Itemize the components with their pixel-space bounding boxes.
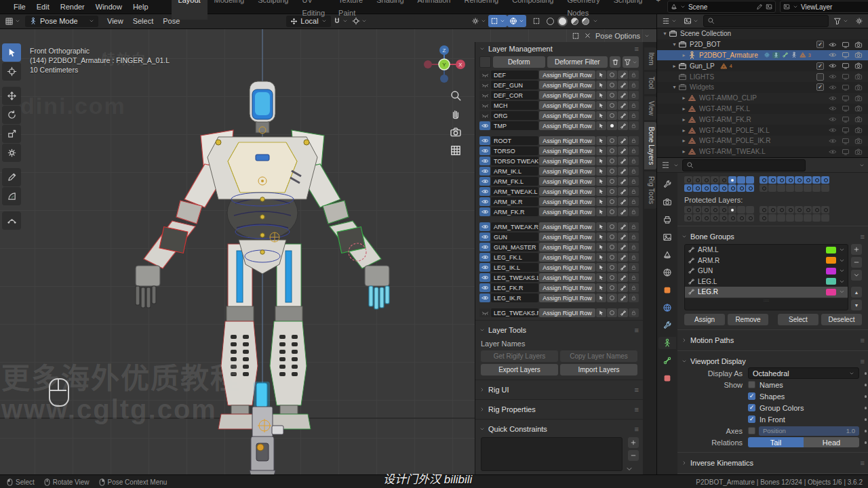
expand-toggle[interactable]: ▸	[680, 95, 688, 101]
workspace-tab-animation[interactable]: Animation	[411, 0, 458, 20]
pan-hand-icon[interactable]	[450, 108, 462, 120]
layer-toggle-cell[interactable]	[693, 176, 701, 184]
camera-icon[interactable]	[854, 83, 863, 92]
layer-dot-indicator[interactable]	[607, 263, 617, 272]
panel-grip-icon[interactable]: ≡	[861, 336, 865, 344]
properties-tab-object[interactable]	[658, 284, 676, 296]
layer-toggle-cell[interactable]	[760, 184, 768, 192]
protected-layer-toggle-cell[interactable]	[812, 214, 821, 222]
layer-name-field[interactable]: LEG_IK.R	[491, 293, 538, 302]
marquee-icon[interactable]	[572, 32, 580, 40]
select-layer-button[interactable]	[596, 293, 606, 302]
protected-layer-toggle-cell[interactable]	[737, 206, 745, 214]
camera-icon[interactable]	[854, 104, 863, 113]
layer-lock-toggle[interactable]	[629, 101, 639, 110]
perspective-grid-icon[interactable]	[450, 144, 462, 157]
assign-rigui-row-button[interactable]: Assign RigUI Row	[539, 121, 595, 130]
panel-grip-icon[interactable]: ≡	[635, 386, 639, 394]
layer-dot-indicator[interactable]	[607, 243, 617, 251]
relations-tail-button[interactable]: Tail	[748, 437, 804, 447]
layer-bones-button[interactable]	[618, 293, 628, 302]
layer-visibility-toggle[interactable]	[479, 263, 490, 272]
get-rigify-layers-button[interactable]: Get Rigify Layers	[481, 350, 558, 362]
layer-dot-indicator[interactable]	[607, 273, 617, 282]
layer-visibility-toggle[interactable]	[479, 81, 490, 89]
filter-dropdown[interactable]	[623, 56, 639, 68]
sidebar-tab-bone-layers[interactable]: Bone Layers	[644, 122, 656, 169]
protected-layer-toggle-cell[interactable]	[728, 206, 736, 214]
protected-layer-toggle-cell[interactable]	[728, 214, 736, 222]
layer-bones-button[interactable]	[618, 308, 628, 317]
camera-view-icon[interactable]	[450, 126, 462, 138]
layer-dot-indicator[interactable]	[607, 101, 617, 110]
layer-lock-toggle[interactable]	[629, 81, 639, 89]
layer-name-field[interactable]: DEF	[491, 70, 538, 79]
assign-rigui-row-button[interactable]: Assign RigUI Row	[539, 232, 595, 241]
deform-button[interactable]: Deform	[493, 56, 545, 68]
layer-toggle-cell[interactable]	[693, 184, 701, 192]
layer-toggle-cell[interactable]	[768, 184, 776, 192]
properties-tab-render[interactable]	[658, 196, 676, 208]
select-layer-button[interactable]	[596, 157, 606, 165]
copy-layer-names-button[interactable]: Copy Layer Names	[560, 350, 637, 362]
properties-tab-material[interactable]	[658, 372, 676, 384]
rig-ui-panel-header[interactable]: Rig UI ≡	[475, 383, 643, 396]
screen-icon[interactable]	[842, 41, 850, 49]
layer-lock-toggle[interactable]	[629, 167, 639, 176]
layer-toggle-cell[interactable]	[804, 184, 812, 192]
properties-tab-world[interactable]	[658, 266, 676, 279]
editor-type-selector[interactable]	[3, 15, 22, 27]
properties-tab-output[interactable]	[658, 214, 676, 226]
layer-dot-indicator[interactable]	[607, 167, 617, 176]
layer-dot-indicator[interactable]	[607, 91, 617, 100]
layer-toggle-cell[interactable]	[719, 184, 728, 192]
layer-bones-button[interactable]	[618, 263, 628, 272]
eye-icon[interactable]	[829, 115, 837, 123]
panel-grip-icon[interactable]: ≡	[861, 357, 865, 365]
layer-dot-indicator[interactable]	[607, 146, 617, 155]
layer-visibility-toggle[interactable]	[479, 136, 490, 145]
expand-toggle[interactable]: ▾	[661, 30, 669, 37]
outliner-row-p2dbot-armature[interactable]: ▸P2DBOT_Armature3	[657, 50, 868, 61]
protected-layer-toggle-cell[interactable]	[795, 214, 803, 222]
gizmo-x-neg-axis[interactable]	[424, 60, 432, 68]
layer-bones-button[interactable]	[618, 187, 628, 196]
layer-lock-toggle[interactable]	[629, 70, 639, 79]
pose-options-label[interactable]: Pose Options	[595, 32, 640, 40]
delete-button[interactable]	[610, 56, 620, 68]
list-resize-handle[interactable]: :::::	[685, 298, 848, 304]
tool-measure[interactable]	[2, 187, 21, 205]
layer-name-field[interactable]: TORSO TWEAK	[491, 157, 538, 165]
layer-toggle-cell[interactable]	[795, 176, 803, 184]
layer-toggle-cell[interactable]	[746, 176, 754, 184]
select-layer-button[interactable]	[596, 101, 606, 110]
expand-toggle[interactable]: ▸	[680, 148, 688, 155]
layer-lock-toggle[interactable]	[629, 177, 639, 186]
camera-icon[interactable]	[854, 126, 863, 134]
viewport-menu-view[interactable]: View	[102, 17, 128, 25]
add-button[interactable]	[628, 437, 639, 448]
panel-grip-icon[interactable]: ≡	[861, 459, 865, 467]
axes-checkbox[interactable]	[748, 427, 755, 434]
checkbox-in-front[interactable]: ✓	[748, 415, 755, 423]
navigation-gizmo[interactable]: Z X Y	[420, 41, 468, 88]
select-layer-button[interactable]	[596, 207, 606, 216]
export-layers-button[interactable]: Export Layers	[481, 364, 558, 375]
layer-visibility-toggle[interactable]	[479, 243, 490, 251]
outliner-row-scene-collection[interactable]: ▾Scene Collection	[657, 28, 868, 39]
properties-tab-physics[interactable]	[658, 302, 676, 314]
camera-icon[interactable]	[854, 148, 863, 156]
deform-toggle[interactable]	[479, 56, 491, 68]
layer-toggle-cell[interactable]	[728, 184, 736, 192]
layer-lock-toggle[interactable]	[629, 222, 639, 231]
group-color-swatch[interactable]	[826, 268, 836, 274]
select-button[interactable]: Select	[778, 314, 818, 325]
menu-edit[interactable]: Edit	[31, 1, 55, 14]
layer-management-panel-header[interactable]: Layer Management ≡	[475, 42, 643, 56]
eye-icon[interactable]	[829, 83, 837, 92]
menu-file[interactable]: File	[8, 1, 31, 14]
layer-visibility-toggle[interactable]	[479, 111, 490, 120]
layer-dot-indicator[interactable]	[607, 253, 617, 262]
select-layer-button[interactable]	[596, 232, 606, 241]
select-layer-button[interactable]	[596, 167, 606, 176]
